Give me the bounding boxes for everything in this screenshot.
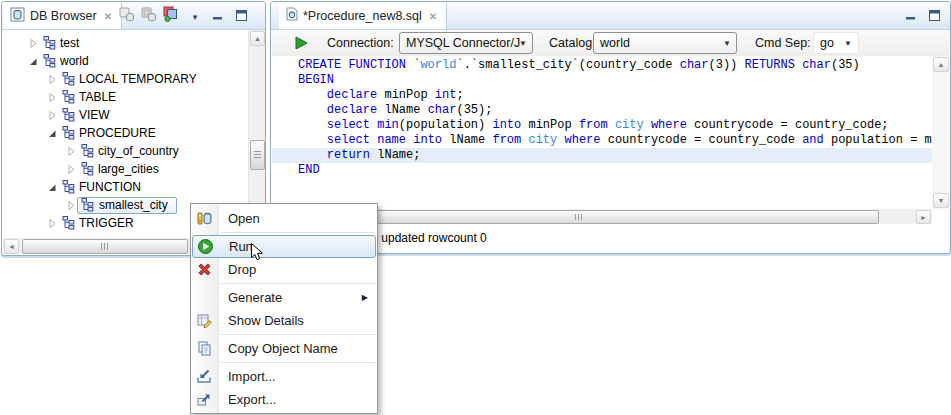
sql-text	[298, 118, 327, 132]
minimize-icon[interactable]	[210, 8, 224, 22]
maximize-icon[interactable]	[234, 8, 248, 22]
editor-vertical-scrollbar[interactable]: ▲ ▼	[932, 56, 949, 209]
menu-item-export[interactable]: Export...	[191, 388, 377, 411]
sql-keyword: return	[327, 148, 370, 162]
expand-arrow-icon[interactable]	[48, 74, 57, 85]
sql-file-tab-label: *Procedure_new8.sql	[303, 9, 422, 23]
tree-item-label: PROCEDURE	[79, 126, 156, 140]
tree-node-icon	[81, 144, 94, 158]
tree-item-local-temporary[interactable]: LOCAL TEMPORARY	[48, 70, 197, 88]
tree-item-label: smallest_city	[99, 198, 168, 212]
db-browser-tab[interactable]: DB Browser ✕	[3, 3, 122, 29]
tree-item-large-cities[interactable]: large_cities	[67, 160, 159, 178]
disconnect-session-icon[interactable]	[141, 6, 159, 24]
db-browser-view-icon	[10, 7, 25, 26]
context-menu: OpenRunDropGenerate▶Show DetailsCopy Obj…	[190, 203, 378, 414]
execute-sql-icon[interactable]	[294, 36, 309, 54]
collapse-arrow-icon[interactable]	[48, 182, 57, 193]
tree-node-icon	[62, 72, 75, 86]
status-text: s updated rowcount 0	[372, 231, 487, 245]
menu-item-open[interactable]: Open	[191, 207, 377, 230]
code-line: select name into lName from city where c…	[272, 133, 932, 148]
tree-item-view[interactable]: VIEW	[48, 106, 110, 124]
tree-item-label: VIEW	[79, 108, 110, 122]
scroll-right-icon[interactable]: ►	[916, 210, 931, 224]
code-line: declare minPop int;	[272, 88, 932, 103]
catalog-combo[interactable]: world ▼	[593, 32, 737, 54]
scroll-up-icon[interactable]: ▲	[250, 31, 265, 46]
sql-text	[298, 133, 327, 147]
menu-item-show-details[interactable]: Show Details	[191, 309, 377, 332]
tree-item-function[interactable]: FUNCTION	[48, 178, 141, 196]
code-line: return lName;	[272, 148, 932, 163]
menu-item-run[interactable]: Run	[192, 235, 376, 258]
code-line: declare lName char(35);	[272, 103, 932, 118]
expand-arrow-icon[interactable]	[67, 146, 76, 157]
collapse-arrow-icon[interactable]	[29, 56, 38, 67]
menu-item-copy-object-name[interactable]: Copy Object Name	[191, 337, 377, 360]
sql-keyword: int	[435, 88, 457, 102]
connection-combo[interactable]: MYSQL Connector/J ▼	[399, 32, 533, 54]
sql-text: (35)	[831, 58, 860, 72]
sql-keyword: from	[492, 133, 521, 147]
cmd-sep-combo[interactable]: go ▼	[813, 32, 859, 54]
close-icon[interactable]: ✕	[104, 11, 112, 22]
maximize-icon[interactable]	[927, 8, 941, 22]
tree-item-table[interactable]: TABLE	[48, 88, 116, 106]
menu-item-drop[interactable]: Drop	[191, 258, 377, 281]
tree-node-icon	[43, 36, 56, 50]
tree-item-label: TRIGGER	[79, 216, 134, 230]
close-all-connections-icon[interactable]	[163, 6, 181, 24]
tree-item-trigger[interactable]: TRIGGER	[48, 214, 134, 232]
sql-code-area[interactable]: CREATE FUNCTION `world`.`smallest_city`(…	[272, 56, 932, 209]
expand-arrow-icon[interactable]	[29, 38, 38, 49]
tree-item-label: LOCAL TEMPORARY	[79, 72, 197, 86]
tree-hscroll-thumb[interactable]	[22, 239, 188, 254]
connect-session-icon[interactable]	[119, 6, 137, 24]
expand-arrow-icon[interactable]	[48, 110, 57, 121]
connection-label: Connection:	[327, 36, 394, 50]
tree-item-test[interactable]: test	[29, 34, 79, 52]
menu-item-label: Open	[228, 211, 260, 226]
minimize-icon[interactable]	[903, 8, 917, 22]
sql-text: (3))	[709, 58, 745, 72]
menu-item-generate[interactable]: Generate▶	[191, 286, 377, 309]
tree-item-procedure[interactable]: PROCEDURE	[48, 124, 156, 142]
tree-node-icon	[81, 162, 94, 176]
submenu-arrow-icon: ▶	[362, 293, 368, 302]
menu-item-import[interactable]: Import...	[191, 365, 377, 388]
expand-arrow-icon[interactable]	[67, 200, 76, 211]
close-icon[interactable]: ✕	[429, 11, 437, 22]
dropdown-arrow-icon: ▼	[844, 39, 852, 48]
expand-arrow-icon[interactable]	[48, 92, 57, 103]
sql-keyword: RETURNS char	[745, 58, 831, 72]
sql-text: minPop	[377, 88, 435, 102]
editor-header: *Procedure_new8.sql ✕	[271, 2, 950, 30]
tree-item-city-of-country[interactable]: city_of_country	[67, 142, 179, 160]
expand-arrow-icon[interactable]	[48, 218, 57, 229]
tree-node-icon	[62, 216, 75, 230]
cmd-sep-label: Cmd Sep:	[755, 36, 811, 50]
sql-text	[298, 148, 327, 162]
collapse-arrow-icon[interactable]	[48, 128, 57, 139]
scroll-up-icon[interactable]: ▲	[933, 57, 949, 72]
view-menu-chevron-icon[interactable]: ▾	[188, 10, 202, 24]
show-details-icon	[196, 312, 213, 329]
scroll-left-icon[interactable]: ◄	[4, 239, 19, 254]
tree-vscroll-thumb[interactable]	[250, 140, 265, 170]
open-icon	[196, 210, 213, 227]
tree-item-smallest-city[interactable]: smallest_city	[67, 196, 177, 214]
menu-separator	[221, 283, 375, 284]
tree-item-world[interactable]: world	[29, 52, 89, 70]
sql-file-tab[interactable]: *Procedure_new8.sql ✕	[279, 3, 447, 29]
sql-keyword: char	[680, 58, 709, 72]
sql-keyword: declare	[327, 88, 377, 102]
menu-separator	[221, 362, 375, 363]
export-icon	[196, 391, 213, 408]
scroll-down-icon[interactable]: ▼	[933, 193, 949, 208]
tree-selection-box[interactable]: smallest_city	[77, 197, 177, 214]
import-icon	[196, 368, 213, 385]
tree-item-label: TABLE	[79, 90, 116, 104]
expand-arrow-icon[interactable]	[67, 164, 76, 175]
tree-node-icon	[62, 180, 75, 194]
